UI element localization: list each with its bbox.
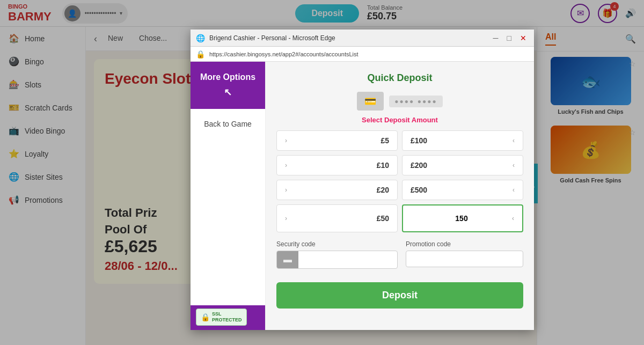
amount-custom-input-container[interactable]: 150 ‹ <box>402 204 523 232</box>
minimize-button[interactable]: ─ <box>491 34 501 42</box>
more-options-label: More Options <box>200 72 255 82</box>
arrow-right-500: ‹ <box>513 186 515 194</box>
ssl-badge: 🔒 SSLPROTECTED <box>196 309 247 326</box>
cashier-main-content: Quick Deposit 💳 ●●●● ●●●● Select Deposit… <box>266 62 534 330</box>
amount-value-10: £10 <box>377 161 389 170</box>
amount-value-100: £100 <box>411 136 427 145</box>
ssl-lock-icon: 🔒 <box>201 313 210 321</box>
browser-icon: 🌐 <box>196 34 205 42</box>
security-code-field: Security code ▬ <box>276 240 398 269</box>
cashier-popup: 🌐 Brigend Cashier - Personal - Microsoft… <box>191 30 534 330</box>
amount-50[interactable]: › £50 <box>276 204 398 232</box>
promotion-code-label: Promotion code <box>406 240 523 248</box>
promotion-code-input[interactable] <box>406 251 523 267</box>
window-controls: ─ □ ✕ <box>491 34 529 42</box>
quick-deposit-title: Quick Deposit <box>276 72 523 84</box>
cashier-window-title: Brigend Cashier - Personal - Microsoft E… <box>209 34 491 42</box>
more-options-button[interactable]: More Options ↖ <box>191 62 265 109</box>
cashier-url-text: https://cashier.bingosys.net/app2#/accou… <box>209 51 358 57</box>
main-layout: 🏠 Home 🎱 Bingo 🎰 Slots 🎫 Scratch Cards 📺… <box>0 27 644 345</box>
amount-grid: › £5 £100 ‹ › £10 £200 ‹ <box>276 130 523 232</box>
arrow-right-100: ‹ <box>513 137 515 144</box>
amount-10[interactable]: › £10 <box>276 155 398 175</box>
amount-value-5: £5 <box>380 136 389 145</box>
amount-200[interactable]: £200 ‹ <box>402 155 523 175</box>
amount-value-200: £200 <box>411 161 427 170</box>
cashier-body: More Options ↖ Back to Game ⋮ Quick Depo… <box>191 62 534 330</box>
card-display: 💳 ●●●● ●●●● <box>276 92 523 111</box>
card-chip-icon: ▬ <box>277 251 298 268</box>
arrow-right-custom: ‹ <box>512 215 514 222</box>
arrow-left-5: › <box>285 137 287 144</box>
amount-custom-input[interactable]: 150 <box>411 211 512 226</box>
arrow-left-10: › <box>285 162 287 169</box>
amount-100[interactable]: £100 ‹ <box>402 130 523 151</box>
security-code-input[interactable] <box>298 253 397 267</box>
card-icon: 💳 <box>357 92 384 111</box>
card-number-masked: ●●●● ●●●● <box>389 96 442 107</box>
credit-card-icon: 💳 <box>364 96 376 107</box>
close-button[interactable]: ✕ <box>518 34 529 42</box>
ssl-text: SSLPROTECTED <box>212 311 242 323</box>
bottom-fields: Security code ▬ Promotion code <box>276 240 523 269</box>
amount-5[interactable]: › £5 <box>276 130 398 151</box>
amount-500[interactable]: £500 ‹ <box>402 180 523 200</box>
security-code-label: Security code <box>276 240 398 248</box>
back-to-game-button[interactable]: Back to Game <box>191 109 265 139</box>
cashier-deposit-button[interactable]: Deposit <box>276 282 523 309</box>
amount-value-20: £20 <box>377 186 389 194</box>
url-lock-icon: 🔒 <box>196 50 205 58</box>
promotion-code-field: Promotion code <box>406 240 523 269</box>
cursor-icon: ↖ <box>224 86 232 98</box>
chip-visual: ▬ <box>283 255 292 265</box>
arrow-right-200: ‹ <box>513 162 515 169</box>
amount-value-50: £50 <box>377 214 389 223</box>
cashier-url-bar: 🔒 https://cashier.bingosys.net/app2#/acc… <box>191 47 534 62</box>
amount-20[interactable]: › £20 <box>276 180 398 200</box>
arrow-left-50: › <box>285 215 287 222</box>
arrow-left-20: › <box>285 186 287 194</box>
cashier-titlebar: 🌐 Brigend Cashier - Personal - Microsoft… <box>191 30 534 47</box>
amount-value-500: £500 <box>411 186 427 194</box>
cashier-sidebar: More Options ↖ Back to Game ⋮ <box>191 62 266 330</box>
restore-button[interactable]: □ <box>505 34 514 42</box>
select-amount-label: Select Deposit Amount <box>276 116 523 124</box>
security-code-input-container: ▬ <box>276 251 398 269</box>
